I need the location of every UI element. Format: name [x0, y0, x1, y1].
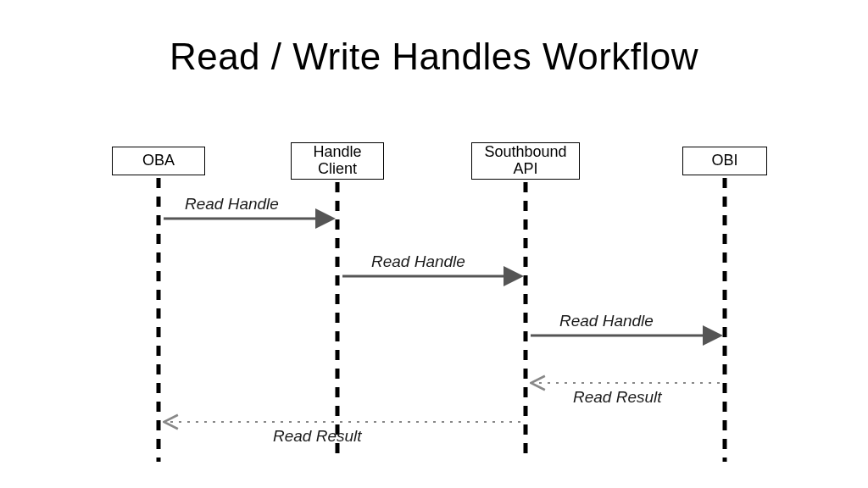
sequence-diagram: Read / Write Handles Workflow OBA Handle…: [0, 0, 868, 488]
actor-handle-client: Handle Client: [291, 142, 384, 180]
msg-label-read-handle-3: Read Handle: [559, 312, 654, 330]
msg-label-read-handle-2: Read Handle: [371, 252, 465, 271]
diagram-title: Read / Write Handles Workflow: [0, 36, 868, 78]
actor-obi: OBI: [682, 147, 767, 175]
msg-label-read-handle-1: Read Handle: [185, 195, 279, 214]
actor-label: OBI: [711, 152, 737, 169]
actor-southbound-api: Southbound API: [471, 142, 580, 180]
msg-label-read-result-1: Read Result: [573, 388, 662, 407]
actor-label: OBA: [142, 152, 175, 169]
actor-label: Southbound API: [484, 144, 566, 178]
actor-oba: OBA: [112, 147, 205, 175]
actor-label: Handle Client: [313, 144, 361, 178]
msg-label-read-result-2: Read Result: [273, 427, 362, 446]
